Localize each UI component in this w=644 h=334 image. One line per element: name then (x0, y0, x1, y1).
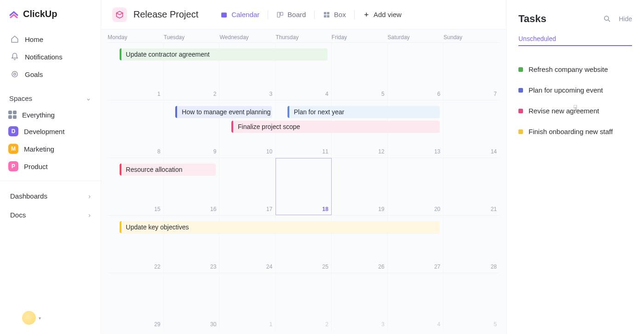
weekday-label: Tuesday (164, 34, 220, 41)
calendar-cell[interactable]: 3 (332, 273, 388, 330)
calendar-cell[interactable]: 18 (276, 158, 332, 215)
calendar-event-label: Finalize project scope (238, 123, 300, 130)
space-label: Marketing (24, 145, 54, 153)
calendar-cell[interactable]: 6 (388, 43, 444, 100)
calendar-event-label: How to manage event planning (182, 108, 270, 116)
date-number: 26 (378, 264, 384, 270)
calendar-event[interactable]: Update key objectives (120, 221, 440, 233)
date-number: 8 (157, 148, 161, 155)
primary-nav: Home Notifications Goals (0, 29, 101, 85)
task-label: Refresh company website (529, 65, 608, 73)
calendar-event[interactable]: Update contractor agreement (120, 48, 328, 60)
nav-home[interactable]: Home (5, 30, 96, 48)
calendar-event[interactable]: Finalize project scope (231, 121, 440, 133)
task-item[interactable]: Finish onboarding new staff (518, 121, 632, 142)
nav-notifications[interactable]: Notifications (5, 48, 96, 65)
date-number: 5 (381, 91, 385, 97)
logo-icon (8, 8, 19, 19)
date-number: 28 (491, 264, 497, 270)
space-marketing[interactable]: M Marketing (0, 140, 101, 158)
date-number: 13 (434, 148, 440, 155)
date-number: 3 (269, 91, 272, 97)
calendar-cell[interactable]: 7 (443, 43, 500, 100)
space-development[interactable]: D Development (0, 123, 101, 140)
view-tab-box[interactable]: Box (318, 8, 351, 21)
date-number: 2 (325, 321, 328, 328)
view-tab-calendar[interactable]: Calendar (216, 8, 264, 21)
weekday-label: Friday (332, 34, 388, 41)
task-item[interactable]: Refresh company website (518, 59, 632, 80)
calendar-cell[interactable]: 14 (443, 100, 500, 158)
box-icon (323, 11, 330, 18)
calendar-cell[interactable]: 29 (108, 273, 164, 330)
date-number: 1 (269, 321, 272, 328)
add-view-button[interactable]: ＋ Add view (358, 7, 406, 22)
svg-rect-7 (324, 15, 326, 17)
calendar-cell[interactable]: 28 (443, 216, 500, 273)
calendar-event[interactable]: Plan for next year (288, 106, 440, 118)
date-number: 25 (322, 264, 328, 270)
tasks-panel-title: Tasks (518, 13, 546, 25)
weekday-label: Saturday (388, 34, 444, 41)
hide-panel-button[interactable]: Hide (619, 15, 632, 23)
task-list: Refresh company websitePlan for upcoming… (518, 59, 632, 142)
user-menu[interactable]: ▾ (22, 311, 41, 325)
calendar-cell[interactable]: 5 (332, 43, 388, 100)
calendar-grid[interactable]: 1234567Update contractor agreement891011… (101, 42, 506, 334)
date-number: 9 (213, 148, 217, 155)
calendar-cell[interactable]: 4 (388, 273, 444, 330)
topbar: Release Project Calendar Board (101, 0, 506, 29)
weekday-label: Monday (108, 34, 164, 41)
date-number: 15 (154, 206, 160, 212)
tasks-panel-tab-unscheduled[interactable]: Unscheduled (518, 35, 632, 46)
task-item[interactable]: Revise new agreement (518, 100, 632, 121)
nav-goals[interactable]: Goals (5, 65, 96, 83)
svg-point-0 (12, 71, 17, 77)
task-status-dot (518, 67, 523, 72)
calendar-cell[interactable]: 1 (219, 273, 276, 330)
calendar-event-label: Resource allocation (126, 166, 183, 173)
calendar-event-label: Update contractor agreement (126, 51, 210, 58)
search-icon[interactable] (603, 15, 611, 23)
svg-rect-8 (327, 15, 329, 17)
task-status-dot (518, 88, 523, 93)
tab-separator (268, 10, 268, 19)
calendar-cell[interactable]: 8 (108, 100, 164, 158)
nav-dashboards[interactable]: Dashboards › (0, 187, 101, 205)
calendar-cell[interactable]: 20 (388, 158, 444, 215)
svg-rect-6 (327, 12, 329, 14)
spaces-header[interactable]: Spaces ⌄ (0, 85, 101, 107)
space-everything[interactable]: Everything (0, 107, 101, 123)
task-item[interactable]: Plan for upcoming event (518, 80, 632, 100)
space-badge: D (8, 126, 18, 136)
calendar-cell[interactable]: 2 (276, 273, 332, 330)
calendar-cell[interactable]: 17 (219, 158, 276, 215)
calendar-week: 15161718192021Resource allocation (108, 158, 500, 215)
calendar: MondayTuesdayWednesdayThursdayFridaySatu… (101, 29, 506, 334)
board-icon (276, 11, 284, 18)
weekday-label: Thursday (276, 34, 332, 41)
calendar-week: 891011121314How to manage event planning… (108, 100, 500, 158)
date-number: 10 (266, 148, 272, 155)
space-label: Development (24, 128, 64, 135)
nav-docs[interactable]: Docs › (0, 205, 101, 224)
svg-rect-5 (324, 12, 326, 14)
calendar-event[interactable]: How to manage event planning (175, 106, 271, 118)
date-number: 5 (494, 321, 497, 328)
calendar-cell[interactable]: 19 (332, 158, 388, 215)
date-number: 18 (322, 206, 328, 212)
calendar-cell[interactable]: 21 (443, 158, 500, 215)
tasks-panel: Tasks Hide Unscheduled Refresh company w… (506, 0, 644, 334)
view-tab-board[interactable]: Board (272, 8, 310, 21)
task-status-dot (518, 109, 523, 113)
space-product[interactable]: P Product (0, 158, 101, 175)
calendar-week: 1234567Update contractor agreement (108, 42, 500, 100)
date-number: 3 (381, 321, 385, 328)
brand-logo[interactable]: ClickUp (0, 8, 101, 29)
calendar-event[interactable]: Resource allocation (120, 164, 216, 176)
date-number: 17 (266, 206, 272, 212)
calendar-cell[interactable]: 30 (164, 273, 220, 330)
nav-label: Goals (25, 70, 43, 78)
date-number: 2 (213, 91, 217, 97)
calendar-cell[interactable]: 5 (443, 273, 500, 330)
